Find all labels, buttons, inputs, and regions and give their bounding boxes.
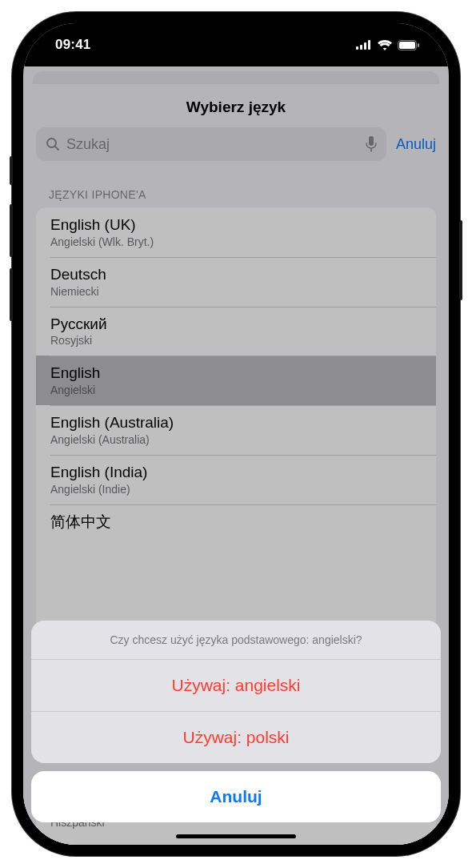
svg-rect-3 <box>368 40 370 50</box>
dynamic-island <box>180 34 292 63</box>
volume-down-button <box>10 268 13 321</box>
language-local: Angielski <box>50 384 422 396</box>
status-icons <box>356 40 420 50</box>
svg-rect-5 <box>399 42 415 49</box>
phone-frame: 09:41 Wybierz język <box>12 12 460 856</box>
battery-icon <box>398 40 420 50</box>
language-native: 简体中文 <box>50 513 422 532</box>
side-button <box>10 156 13 185</box>
use-polish-button[interactable]: Używaj: polski <box>31 711 441 763</box>
svg-rect-2 <box>364 42 366 50</box>
search-row: Anuluj <box>23 127 449 169</box>
language-item-russian[interactable]: Русский Rosyjski <box>36 307 436 356</box>
search-input[interactable] <box>66 136 359 153</box>
svg-rect-0 <box>356 46 358 50</box>
section-header: JĘZYKI IPHONE'A <box>23 169 449 207</box>
language-local: Rosyjski <box>50 334 422 347</box>
power-button <box>459 220 462 300</box>
language-native: Русский <box>50 315 422 334</box>
language-item-deutsch[interactable]: Deutsch Niemiecki <box>36 257 436 307</box>
language-item-english-in[interactable]: English (India) Angielski (Indie) <box>36 455 436 504</box>
action-sheet: Czy chcesz użyć języka podstawowego: ang… <box>31 621 441 822</box>
home-indicator[interactable] <box>176 834 296 838</box>
svg-rect-1 <box>360 45 362 50</box>
language-item-english-au[interactable]: English (Australia) Angielski (Australia… <box>36 405 436 455</box>
cellular-icon <box>356 40 372 50</box>
language-native: English (UK) <box>50 216 422 235</box>
search-icon <box>46 137 60 151</box>
volume-up-button <box>10 204 13 257</box>
svg-rect-6 <box>418 43 419 47</box>
search-field[interactable] <box>36 127 386 161</box>
language-native: English (Australia) <box>50 414 422 432</box>
action-sheet-prompt: Czy chcesz użyć języka podstawowego: ang… <box>31 621 441 660</box>
action-sheet-cancel-button[interactable]: Anuluj <box>31 771 441 822</box>
language-local: Angielski (Indie) <box>50 483 422 496</box>
sheet-title: Wybierz język <box>23 98 449 116</box>
sheet-header: Wybierz język <box>23 84 449 127</box>
svg-line-8 <box>55 147 58 150</box>
wifi-icon <box>378 40 392 50</box>
language-native: English (India) <box>50 464 422 482</box>
language-item-english[interactable]: English Angielski <box>36 356 436 405</box>
svg-rect-9 <box>369 136 374 146</box>
language-item-english-uk[interactable]: English (UK) Angielski (Wlk. Bryt.) <box>36 207 436 257</box>
action-sheet-group: Czy chcesz użyć języka podstawowego: ang… <box>31 621 441 763</box>
use-english-button[interactable]: Używaj: angielski <box>31 660 441 711</box>
language-local: Angielski (Australia) <box>50 433 422 446</box>
mic-icon[interactable] <box>366 136 377 152</box>
language-native: English <box>50 364 422 383</box>
search-cancel-button[interactable]: Anuluj <box>396 136 436 153</box>
language-list: English (UK) Angielski (Wlk. Bryt.) Deut… <box>36 207 436 692</box>
language-native: Deutsch <box>50 266 422 284</box>
language-local: Angielski (Wlk. Bryt.) <box>50 235 422 248</box>
status-time: 09:41 <box>55 37 90 53</box>
screen: 09:41 Wybierz język <box>23 23 449 845</box>
language-local: Niemiecki <box>50 285 422 298</box>
